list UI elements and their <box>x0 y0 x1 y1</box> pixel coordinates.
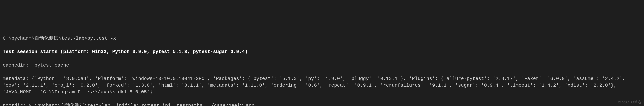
rootdir-line: rootdir: G:\pycharm\自动化测试\test-lab, inif… <box>3 102 641 106</box>
session-header: Test session starts (platform: win32, Py… <box>3 48 641 55</box>
terminal-output: G:\pycharm\自动化测试\test-lab>py.test -x Tes… <box>3 28 641 106</box>
cachedir-line: cachedir: .pytest_cache <box>3 62 641 68</box>
command-prompt: G:\pycharm\自动化测试\test-lab>py.test -x <box>3 35 641 42</box>
metadata-line: metadata: {'Python': '3.9.0a4', 'Platfor… <box>3 75 641 96</box>
watermark-text: © 51CTO博客 <box>618 100 642 105</box>
